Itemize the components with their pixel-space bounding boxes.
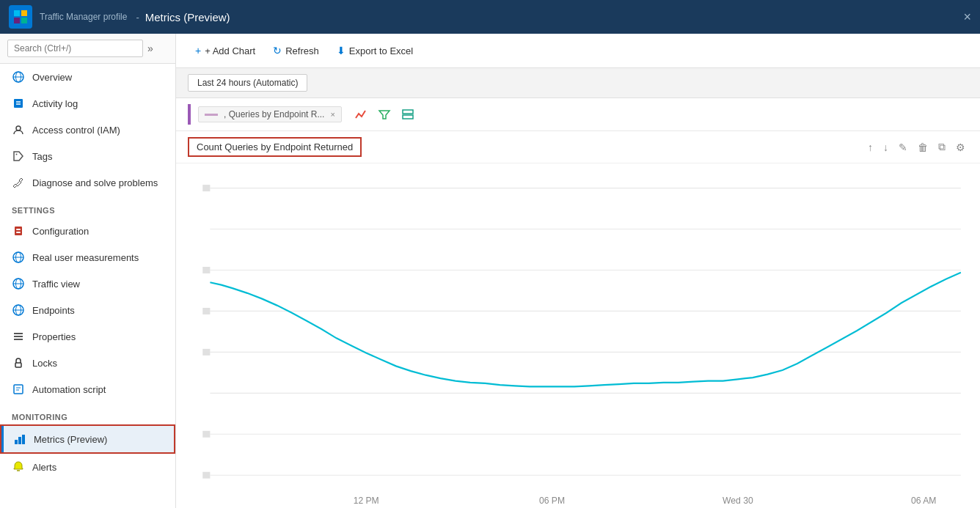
svg-rect-29 [14, 385, 23, 394]
svg-rect-15 [16, 232, 21, 233]
svg-rect-2 [14, 18, 20, 23]
svg-rect-3 [21, 18, 27, 23]
sidebar-item-label: Traffic view [32, 279, 80, 290]
svg-rect-25 [14, 333, 23, 334]
svg-text:Wed 30: Wed 30 [723, 495, 753, 507]
sidebar-item-label: Overview [32, 72, 72, 83]
svg-rect-14 [16, 229, 21, 230]
app-logo [9, 5, 32, 29]
sidebar-item-endpoints[interactable]: Endpoints [0, 297, 175, 323]
sidebar-item-label: Automation script [32, 384, 106, 395]
sidebar-item-label: Locks [32, 358, 57, 369]
refresh-label: Refresh [285, 45, 319, 56]
svg-point-10 [16, 126, 21, 130]
chart-canvas: 12 PM 06 PM Wed 30 06 AM [176, 163, 980, 508]
sidebar-collapse-button[interactable]: » [147, 43, 153, 54]
chart-icon-group [351, 104, 418, 125]
svg-rect-51 [202, 431, 210, 438]
svg-marker-11 [14, 152, 23, 161]
sidebar-item-label: Endpoints [32, 305, 75, 316]
sidebar-item-label: Diagnose and solve problems [32, 177, 158, 188]
sidebar-item-label: Tags [32, 151, 52, 162]
svg-rect-49 [202, 308, 210, 314]
chart-svg: 12 PM 06 PM Wed 30 06 AM [188, 163, 968, 508]
svg-rect-28 [15, 363, 21, 367]
export-button[interactable]: ⬇ Export to Excel [329, 41, 420, 60]
sidebar-item-overview[interactable]: Overview [0, 64, 175, 90]
chart-split-button[interactable] [398, 104, 418, 125]
sidebar-item-traffic-view[interactable]: Traffic view [0, 270, 175, 297]
metric-tab[interactable]: , Queries by Endpoint R... × [198, 106, 342, 122]
tag-icon [12, 150, 25, 163]
script-icon [12, 383, 25, 396]
sidebar-item-configuration[interactable]: Configuration [0, 218, 175, 244]
metric-tab-indicator [188, 104, 191, 125]
sidebar-item-alerts[interactable]: Alerts [0, 454, 175, 480]
chart-filter-button[interactable] [374, 104, 395, 125]
add-chart-icon: + [195, 45, 201, 56]
search-input[interactable] [7, 40, 143, 57]
svg-rect-0 [14, 10, 20, 16]
chart-move-down-button[interactable]: ↓ [880, 140, 891, 155]
globe-icon [12, 70, 25, 84]
svg-rect-47 [202, 185, 210, 191]
metric-tab-label: , Queries by Endpoint R... [224, 109, 324, 119]
sidebar: » Overview Activity log [0, 34, 176, 508]
svg-rect-26 [14, 336, 23, 337]
monitoring-section-label: MONITORING [0, 402, 175, 424]
sidebar-item-metrics-preview[interactable]: Metrics (Preview) [0, 424, 175, 454]
sidebar-search-area: » [0, 34, 175, 64]
svg-rect-27 [14, 339, 23, 340]
sidebar-item-tags[interactable]: Tags [0, 143, 175, 169]
svg-rect-7 [14, 99, 23, 108]
top-bar: Traffic Manager profile - Metrics (Previ… [0, 0, 980, 34]
chart-edit-button[interactable]: ✎ [896, 140, 910, 155]
chart-icon [13, 432, 26, 446]
sidebar-item-real-user-measurements[interactable]: Real user measurements [0, 244, 175, 270]
chart-copy-button[interactable]: ⧉ [935, 139, 948, 155]
person-badge-icon [12, 123, 25, 136]
sidebar-item-activity-log[interactable]: Activity log [0, 90, 175, 117]
chart-line-type-button[interactable] [351, 104, 371, 125]
bell-icon [12, 460, 25, 474]
globe-blue2-icon [12, 277, 25, 290]
time-range-button[interactable]: Last 24 hours (Automatic) [188, 74, 307, 92]
time-range-bar: Last 24 hours (Automatic) [176, 68, 980, 98]
sidebar-item-locks[interactable]: Locks [0, 350, 175, 376]
refresh-button[interactable]: ↻ Refresh [266, 41, 326, 60]
globe-blue-icon [12, 251, 25, 264]
chart-title: Count Queries by Endpoint Returned [188, 137, 362, 157]
sidebar-item-properties[interactable]: Properties [0, 323, 175, 350]
sidebar-item-automation-script[interactable]: Automation script [0, 376, 175, 402]
gear-red-icon [12, 224, 25, 238]
add-chart-label: + Add Chart [205, 45, 255, 56]
sidebar-item-label: Real user measurements [32, 252, 139, 263]
metric-tab-close-button[interactable]: × [330, 110, 334, 119]
svg-text:12 PM: 12 PM [354, 495, 379, 507]
chart-header: Count Queries by Endpoint Returned ↑ ↓ ✎… [176, 131, 980, 163]
svg-rect-34 [22, 435, 25, 444]
top-bar-separator: - [136, 12, 139, 23]
svg-rect-37 [403, 110, 413, 114]
bars-icon [12, 330, 25, 343]
endpoints-icon [12, 303, 25, 317]
sidebar-item-label: Properties [32, 331, 76, 342]
sidebar-item-label: Configuration [32, 226, 89, 237]
sidebar-item-access-control[interactable]: Access control (IAM) [0, 117, 175, 143]
chart-settings-button[interactable]: ⚙ [953, 140, 968, 155]
svg-rect-13 [15, 227, 22, 235]
svg-rect-32 [15, 440, 18, 444]
svg-rect-33 [18, 437, 21, 444]
svg-rect-38 [403, 115, 413, 119]
sidebar-item-diagnose[interactable]: Diagnose and solve problems [0, 169, 175, 196]
chart-header-actions: ↑ ↓ ✎ 🗑 ⧉ ⚙ [865, 139, 968, 155]
chart-move-up-button[interactable]: ↑ [865, 140, 876, 155]
add-chart-button[interactable]: + + Add Chart [188, 41, 263, 60]
refresh-icon: ↻ [273, 45, 282, 56]
main-layout: » Overview Activity log [0, 34, 980, 508]
chart-delete-button[interactable]: 🗑 [915, 140, 931, 155]
sidebar-item-label: Access control (IAM) [32, 125, 120, 136]
close-button[interactable]: × [963, 10, 971, 25]
svg-marker-36 [379, 111, 390, 119]
svg-rect-50 [202, 349, 210, 356]
